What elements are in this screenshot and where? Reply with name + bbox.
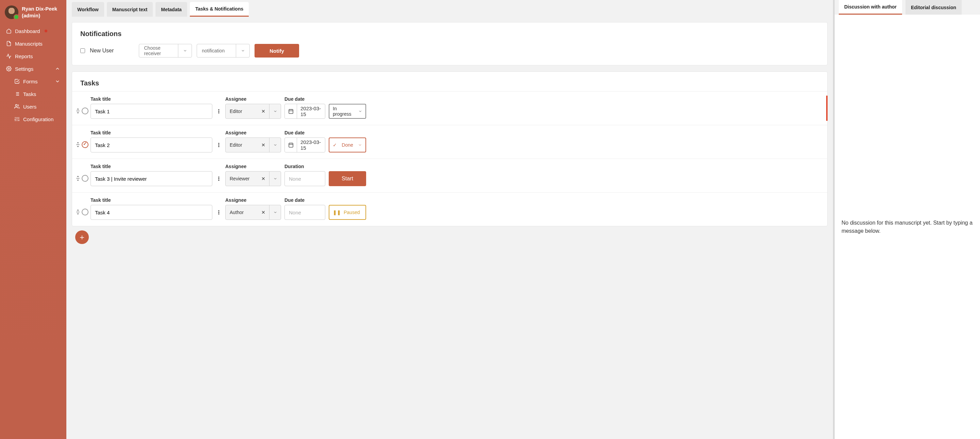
task-row: Task title Assignee Editor ✕ Due date <box>72 125 827 159</box>
more-vertical-icon[interactable] <box>216 142 221 148</box>
task-title-input[interactable] <box>91 104 212 119</box>
receiver-select[interactable]: Choose receiver <box>139 44 192 57</box>
svg-point-7 <box>218 145 219 145</box>
duedate-label: Due date <box>285 130 325 135</box>
assignee-value: Editor <box>226 142 258 148</box>
chevron-down-icon <box>55 79 60 84</box>
date-input[interactable] <box>285 205 325 220</box>
assignee-value: Editor <box>226 108 258 114</box>
tasks-card: Tasks Task title Assignee Ed <box>72 72 827 226</box>
chevron-up-icon <box>55 66 60 72</box>
chevron-down-icon <box>178 44 192 57</box>
date-input[interactable]: 2023-03-15 <box>285 137 325 153</box>
sidebar-item-manuscripts[interactable]: Manuscripts <box>0 37 66 50</box>
sidebar-item-settings[interactable]: Settings <box>0 63 66 75</box>
sidebar: Ryan Dix-Peek (admin) Dashboard Manuscri… <box>0 0 66 439</box>
status-select[interactable]: In progress <box>329 104 366 119</box>
drag-handle-icon[interactable] <box>76 210 80 215</box>
assignee-select[interactable]: Editor ✕ <box>225 137 281 153</box>
date-input[interactable]: 2023-03-15 <box>285 104 325 119</box>
svg-point-1 <box>15 105 17 106</box>
sidebar-item-users[interactable]: Users <box>0 100 66 113</box>
avatar[interactable] <box>5 5 18 19</box>
chevron-down-icon <box>269 138 281 152</box>
user-name: Ryan Dix-Peek <box>22 5 57 12</box>
status-label: Done <box>342 142 353 148</box>
receiver-placeholder: Choose receiver <box>139 45 178 56</box>
duration-input[interactable] <box>285 171 325 186</box>
assignee-select[interactable]: Editor ✕ <box>225 104 281 119</box>
status-circle-done[interactable] <box>82 141 89 148</box>
status-select[interactable]: ❚❚ Paused <box>329 205 366 220</box>
sidebar-item-dashboard[interactable]: Dashboard <box>0 25 66 37</box>
nav-label: Tasks <box>23 91 36 97</box>
more-vertical-icon[interactable] <box>216 210 221 215</box>
assignee-label: Assignee <box>225 130 281 135</box>
sidebar-item-forms[interactable]: Forms <box>0 75 66 88</box>
discussion-empty-message: No discussion for this manuscript yet. S… <box>842 219 973 235</box>
more-vertical-icon[interactable] <box>216 108 221 114</box>
svg-point-0 <box>8 68 10 69</box>
start-button[interactable]: Start <box>329 171 366 186</box>
tab-manuscript-text[interactable]: Manuscript text <box>107 2 153 17</box>
sliders-icon <box>14 116 20 122</box>
status-spacer <box>329 164 366 169</box>
drag-handle-icon[interactable] <box>76 142 80 147</box>
chevron-down-icon <box>269 104 281 118</box>
main: Workflow Manuscript text Metadata Tasks … <box>66 0 980 439</box>
drag-handle-icon[interactable] <box>76 176 80 181</box>
clear-icon[interactable]: ✕ <box>258 172 269 186</box>
status-spacer <box>329 197 366 203</box>
clear-icon[interactable]: ✕ <box>258 205 269 220</box>
status-circle[interactable] <box>82 175 89 182</box>
nav-label: Reports <box>15 53 33 59</box>
more-vertical-icon[interactable] <box>216 176 221 181</box>
tab-metadata[interactable]: Metadata <box>156 2 187 17</box>
profile-block: Ryan Dix-Peek (admin) <box>0 5 66 25</box>
right-panel: Discussion with author Editorial discuss… <box>834 0 980 439</box>
task-title-input[interactable] <box>91 171 212 186</box>
status-circle[interactable] <box>82 208 89 215</box>
calendar-icon <box>285 104 297 118</box>
add-task-button[interactable]: ＋ <box>75 231 89 244</box>
sidebar-item-reports[interactable]: Reports <box>0 50 66 63</box>
status-select[interactable]: ✓ Done <box>329 137 366 153</box>
tab-workflow[interactable]: Workflow <box>72 2 104 17</box>
tab-tasks-notifications[interactable]: Tasks & Notifications <box>190 2 249 17</box>
template-placeholder: notification <box>197 48 236 53</box>
status-label: In progress <box>333 106 356 117</box>
notify-button[interactable]: Notify <box>255 44 299 57</box>
svg-point-10 <box>218 177 219 177</box>
assignee-select[interactable]: Reviewer ✕ <box>225 171 281 186</box>
status-spacer <box>329 130 366 135</box>
svg-point-6 <box>218 143 219 144</box>
tab-discussion-author[interactable]: Discussion with author <box>839 0 902 14</box>
assignee-select[interactable]: Author ✕ <box>225 205 281 220</box>
assignee-label: Assignee <box>225 164 281 169</box>
svg-point-11 <box>218 178 219 179</box>
date-value: 2023-03-15 <box>297 139 325 151</box>
sidebar-item-configuration[interactable]: Configuration <box>0 113 66 126</box>
center-column: Workflow Manuscript text Metadata Tasks … <box>66 0 834 439</box>
clear-icon[interactable]: ✕ <box>258 138 269 152</box>
svg-rect-5 <box>289 110 293 114</box>
template-select[interactable]: notification <box>197 44 250 57</box>
new-user-checkbox[interactable] <box>80 48 85 53</box>
check-icon: ✓ <box>333 142 337 148</box>
svg-point-8 <box>218 146 219 147</box>
notification-row: New User Choose receiver notification No… <box>80 44 819 57</box>
clear-icon[interactable]: ✕ <box>258 104 269 118</box>
new-user-label: New User <box>90 48 114 54</box>
sidebar-item-tasks[interactable]: Tasks <box>0 88 66 100</box>
activity-icon <box>6 53 11 59</box>
chevron-down-icon <box>269 205 281 220</box>
task-title-input[interactable] <box>91 205 212 220</box>
drag-handle-icon[interactable] <box>76 108 80 113</box>
notifications-card: Notifications New User Choose receiver n… <box>72 22 827 65</box>
status-circle[interactable] <box>82 108 89 115</box>
date-value: 2023-03-15 <box>297 105 325 117</box>
task-title-input[interactable] <box>91 137 212 153</box>
user-role: (admin) <box>22 12 57 19</box>
tab-editorial-discussion[interactable]: Editorial discussion <box>905 0 962 14</box>
home-icon <box>6 28 11 34</box>
